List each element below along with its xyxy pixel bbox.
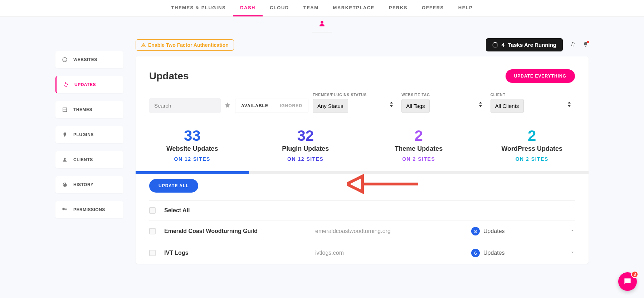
site-name: IVT Logs [159, 250, 315, 256]
select-all-row: Select All [149, 200, 575, 220]
expand-row[interactable] [564, 250, 575, 256]
bell-icon [583, 41, 589, 47]
stat-plugin-updates[interactable]: 32 Plugin Updates ON 12 SITES [249, 127, 362, 162]
sidebar-item-label: THEMES [73, 107, 92, 112]
star-icon [224, 102, 231, 108]
sites-list: Select All Emerald Coast Woodturning Gui… [136, 200, 589, 264]
user-bar [0, 17, 644, 33]
site-updates: 6 Updates [471, 249, 564, 257]
notifications-button[interactable] [583, 41, 589, 49]
stat-label: Website Updates [136, 145, 249, 153]
tab-ignored[interactable]: IGNORED [274, 99, 308, 113]
tfa-label: Enable Two Factor Authentication [148, 42, 229, 48]
chevron-down-icon [570, 250, 575, 255]
status-select[interactable]: Any Status [313, 99, 348, 113]
refresh-icon [570, 41, 576, 47]
stat-label: Plugin Updates [249, 145, 362, 153]
stat-label: Theme Updates [362, 145, 475, 153]
site-row[interactable]: Emerald Coast Woodturning Guild emeraldc… [149, 220, 575, 242]
updates-label: Updates [483, 250, 505, 256]
nav-marketplace[interactable]: MARKETPLACE [326, 0, 382, 16]
client-select[interactable]: All Clients [491, 99, 524, 113]
stat-sites: ON 12 SITES [136, 156, 249, 162]
tag-select[interactable]: All Tags [401, 99, 430, 113]
select-all-checkbox[interactable] [149, 207, 156, 214]
update-all-button[interactable]: UPDATE ALL [149, 179, 198, 193]
sidebar-item-websites[interactable]: WEBSITES [55, 51, 123, 68]
stat-website-updates[interactable]: 33 Website Updates ON 12 SITES [136, 127, 249, 162]
tasks-count: 4 [502, 42, 504, 48]
filter-label-client: CLIENT [491, 93, 575, 97]
svg-marker-1 [347, 176, 362, 192]
tfa-button[interactable]: Enable Two Factor Authentication [136, 39, 234, 51]
site-domain: emeraldcoastwoodturning.org [315, 228, 471, 234]
row-checkbox[interactable] [149, 228, 156, 234]
stat-sites: ON 12 SITES [249, 156, 362, 162]
select-all-label: Select All [159, 207, 315, 214]
sidebar-item-label: HISTORY [73, 182, 93, 187]
update-everything-button[interactable]: UPDATE EVERYTHING [506, 69, 575, 83]
sidebar-item-permissions[interactable]: PERMISSIONS [55, 201, 123, 218]
sidebar-item-updates[interactable]: UPDATES [55, 76, 123, 93]
annotation-arrow [347, 174, 418, 194]
stat-value: 33 [136, 127, 249, 144]
tab-indicator-fill [136, 171, 249, 174]
warning-icon [141, 43, 146, 48]
nav-cloud[interactable]: CLOUD [263, 0, 296, 16]
row-checkbox[interactable] [149, 250, 156, 256]
availability-toggle: AVAILABLE IGNORED [235, 99, 308, 113]
sidebar-item-label: PERMISSIONS [73, 207, 105, 212]
chevron-down-icon [570, 228, 575, 233]
sidebar-item-themes[interactable]: THEMES [55, 101, 123, 118]
nav-offers[interactable]: OFFERS [415, 0, 451, 16]
tasks-label: Tasks Are Running [508, 42, 556, 48]
sidebar-item-plugins[interactable]: PLUGINS [55, 126, 123, 143]
refresh-button[interactable] [570, 41, 576, 49]
layout-icon [62, 107, 68, 113]
chat-unread-badge: 3 [631, 271, 638, 278]
page-title: Updates [149, 70, 189, 82]
history-icon [62, 182, 68, 188]
spinner-icon [492, 42, 498, 48]
nav-help[interactable]: HELP [451, 0, 480, 16]
site-row[interactable]: IVT Logs ivtlogs.com 6 Updates [149, 242, 575, 264]
sidebar-item-label: PLUGINS [73, 132, 94, 137]
nav-team[interactable]: TEAM [296, 0, 326, 16]
expand-row[interactable] [564, 228, 575, 234]
updates-count-badge: 6 [471, 249, 480, 257]
sidebar-item-label: WEBSITES [73, 57, 97, 62]
notice-row: Enable Two Factor Authentication 4 Tasks… [136, 33, 589, 56]
stat-value: 2 [475, 127, 589, 144]
site-domain: ivtlogs.com [315, 250, 471, 256]
user-icon [319, 20, 325, 27]
updates-count-badge: 8 [471, 227, 480, 235]
stat-wordpress-updates[interactable]: 2 WordPress Updates ON 2 SITES [475, 127, 589, 162]
stat-sites: ON 2 SITES [362, 156, 475, 162]
sidebar: WEBSITES UPDATES THEMES PLUGINS CLIENTS … [55, 33, 123, 264]
stat-label: WordPress Updates [475, 145, 589, 153]
tasks-running-badge[interactable]: 4 Tasks Are Running [486, 38, 563, 51]
stat-value: 32 [249, 127, 362, 144]
user-menu[interactable] [312, 22, 332, 33]
tab-indicator-rail [136, 171, 589, 174]
stats-row: 33 Website Updates ON 12 SITES 32 Plugin… [136, 113, 589, 171]
stat-theme-updates[interactable]: 2 Theme Updates ON 2 SITES [362, 127, 475, 162]
nav-perks[interactable]: PERKS [382, 0, 415, 16]
sidebar-item-clients[interactable]: CLIENTS [55, 151, 123, 168]
updates-card: Updates UPDATE EVERYTHING AVAILABLE IGNO… [136, 56, 589, 264]
nav-dash[interactable]: DASH [233, 0, 263, 16]
nav-themes-plugins[interactable]: THEMES & PLUGINS [164, 0, 233, 16]
top-nav: THEMES & PLUGINS DASH CLOUD TEAM MARKETP… [0, 0, 644, 17]
favorites-filter-button[interactable] [224, 102, 231, 110]
stat-value: 2 [362, 127, 475, 144]
sidebar-item-history[interactable]: HISTORY [55, 176, 123, 193]
plug-icon [62, 132, 68, 138]
chat-icon [623, 277, 632, 278]
stat-sites: ON 2 SITES [475, 156, 589, 162]
tab-available[interactable]: AVAILABLE [235, 99, 274, 113]
updates-label: Updates [483, 228, 505, 234]
filter-label-tag: WEBSITE TAG [401, 93, 486, 97]
key-icon [62, 207, 68, 213]
search-input[interactable] [149, 98, 221, 113]
user-icon [62, 157, 68, 163]
